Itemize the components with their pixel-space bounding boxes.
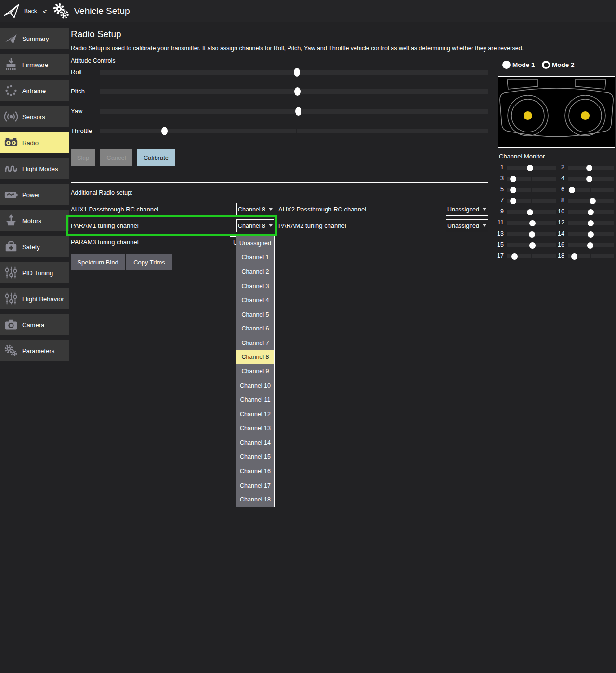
sidebar-item-label: Radio	[22, 139, 39, 146]
throttle-slider-track[interactable]	[100, 129, 488, 133]
throttle-slider-label: Throttle	[71, 127, 92, 134]
channel-5-monitor-dot	[510, 187, 516, 193]
param1-tuning-label: PARAM1 tuning channel	[71, 219, 139, 232]
motors-icon	[0, 213, 22, 228]
dropdown-option-channel-3[interactable]: Channel 3	[236, 279, 274, 293]
channel-monitor-label: Channel Monitor	[499, 153, 545, 160]
channel-15-monitor-dot	[529, 242, 536, 249]
copy-trims-button[interactable]: Copy Trims	[126, 254, 172, 270]
roll-slider-handle[interactable]	[294, 68, 300, 77]
cancel-button[interactable]: Cancel	[100, 149, 132, 166]
sidebar-item-motors[interactable]: Motors	[0, 210, 69, 231]
sidebar-item-safety[interactable]: Safety	[0, 236, 69, 257]
param1-tuning-dropdown[interactable]: Channel 8	[236, 219, 274, 232]
sidebar-item-label: Parameters	[22, 347, 54, 355]
channel-6-monitor-dot	[569, 187, 575, 193]
sidebar-item-label: Motors	[22, 217, 41, 224]
radio-icon	[0, 135, 22, 150]
camera-icon	[0, 317, 22, 332]
dropdown-option-channel-18[interactable]: Channel 18	[236, 492, 274, 507]
param2-tuning-dropdown[interactable]: Unassigned	[446, 219, 488, 232]
chevron-down-icon	[269, 224, 273, 227]
dropdown-option-channel-10[interactable]: Channel 10	[236, 379, 274, 393]
dropdown-option-channel-2[interactable]: Channel 2	[236, 264, 274, 279]
dropdown-option-channel-5[interactable]: Channel 5	[236, 307, 274, 322]
sidebar-item-flight-modes[interactable]: Flight Modes	[0, 158, 69, 179]
dropdown-option-channel-8[interactable]: Channel 8	[236, 350, 274, 365]
sidebar-item-label: Airframe	[22, 87, 46, 94]
channel-6-monitor-track	[568, 188, 614, 192]
channel-14-monitor-dot	[588, 231, 594, 238]
yaw-slider-handle[interactable]	[295, 107, 301, 116]
channel-dropdown-list: UnassignedChannel 1Channel 2Channel 3Cha…	[236, 236, 275, 507]
sidebar-item-sensors[interactable]: Sensors	[0, 106, 69, 127]
app-logo-icon	[1, 1, 22, 21]
yaw-slider-track[interactable]	[100, 109, 488, 114]
flight-modes-icon	[0, 161, 22, 176]
pitch-slider-handle[interactable]	[294, 87, 301, 96]
roll-slider-label: Roll	[71, 68, 81, 76]
dropdown-option-channel-12[interactable]: Channel 12	[236, 407, 274, 422]
channel-2-monitor-dot	[586, 165, 592, 171]
vehicle-setup-icon	[52, 1, 71, 21]
dropdown-option-channel-17[interactable]: Channel 17	[236, 478, 274, 493]
dropdown-option-channel-16[interactable]: Channel 16	[236, 464, 274, 478]
aux1-passthrough-dropdown[interactable]: Channel 8	[236, 203, 274, 216]
chevron-down-icon	[483, 208, 486, 211]
sidebar-item-label: Firmware	[22, 61, 48, 68]
left-stick-dot	[524, 111, 532, 120]
dropdown-option-channel-4[interactable]: Channel 4	[236, 293, 274, 307]
sidebar-item-radio[interactable]: Radio	[0, 132, 69, 153]
aux2-passthrough-label: AUX2 Passthrough RC channel	[278, 203, 366, 216]
chevron-down-icon	[269, 208, 273, 211]
breadcrumb-separator: <	[43, 7, 47, 15]
channel-1-label: 1	[491, 164, 504, 171]
sidebar-item-pid-tuning[interactable]: PID Tuning	[0, 262, 69, 283]
dropdown-option-channel-6[interactable]: Channel 6	[236, 321, 274, 336]
channel-13-label: 13	[491, 230, 504, 237]
top-bar: Back < Vehicle Setup	[0, 0, 616, 22]
sidebar-item-power[interactable]: Power	[0, 184, 69, 205]
spektrum-bind-button[interactable]: Spektrum Bind	[71, 254, 125, 270]
channel-16-label: 16	[552, 241, 564, 248]
channel-9-monitor-dot	[527, 209, 533, 215]
dropdown-option-channel-1[interactable]: Channel 1	[236, 251, 274, 265]
calibrate-button[interactable]: Calibrate	[137, 149, 175, 166]
right-stick-dot	[581, 111, 590, 120]
channel-17-label: 17	[491, 252, 504, 259]
sidebar-item-label: Power	[22, 191, 40, 198]
dropdown-option-channel-15[interactable]: Channel 15	[236, 450, 274, 464]
sidebar-item-airframe[interactable]: Airframe	[0, 80, 69, 101]
sidebar-item-camera[interactable]: Camera	[0, 314, 69, 335]
vehicle-setup-window: Back < Vehicle Setup SummaryFirmwareAirf…	[0, 0, 616, 673]
airframe-icon	[0, 83, 22, 98]
sidebar-item-firmware[interactable]: Firmware	[0, 54, 69, 75]
channel-15-label: 15	[491, 241, 504, 248]
channel-3-label: 3	[491, 175, 504, 182]
skip-button[interactable]: Skip	[71, 149, 95, 166]
back-button[interactable]: Back	[24, 8, 37, 14]
sidebar-item-summary[interactable]: Summary	[0, 28, 69, 49]
throttle-slider-handle[interactable]	[161, 127, 168, 135]
safety-icon	[0, 239, 22, 254]
channel-8-label: 8	[552, 197, 564, 204]
mode1-radio[interactable]	[502, 61, 511, 69]
mode2-radio[interactable]	[542, 61, 550, 69]
pitch-slider-label: Pitch	[71, 88, 85, 95]
yaw-slider-label: Yaw	[71, 107, 82, 115]
dropdown-option-channel-14[interactable]: Channel 14	[236, 435, 274, 450]
param3-tuning-label: PARAM3 tuning channel	[71, 236, 139, 249]
aux2-passthrough-dropdown[interactable]: Unassigned	[446, 203, 488, 216]
power-icon	[0, 187, 22, 202]
channel-12-label: 12	[552, 219, 564, 226]
channel-6-label: 6	[552, 186, 564, 193]
sidebar-item-parameters[interactable]: Parameters	[0, 340, 69, 361]
dropdown-option-channel-7[interactable]: Channel 7	[236, 336, 274, 350]
dropdown-option-channel-13[interactable]: Channel 13	[236, 422, 274, 436]
dropdown-option-channel-11[interactable]: Channel 11	[236, 393, 274, 407]
pid-tuning-icon	[0, 265, 22, 280]
sidebar-item-flight-behavior[interactable]: Flight Behavior	[0, 288, 69, 309]
dropdown-option-unassigned[interactable]: Unassigned	[236, 236, 274, 251]
dropdown-option-channel-9[interactable]: Channel 9	[236, 364, 274, 379]
sidebar-item-label: PID Tuning	[22, 269, 53, 277]
